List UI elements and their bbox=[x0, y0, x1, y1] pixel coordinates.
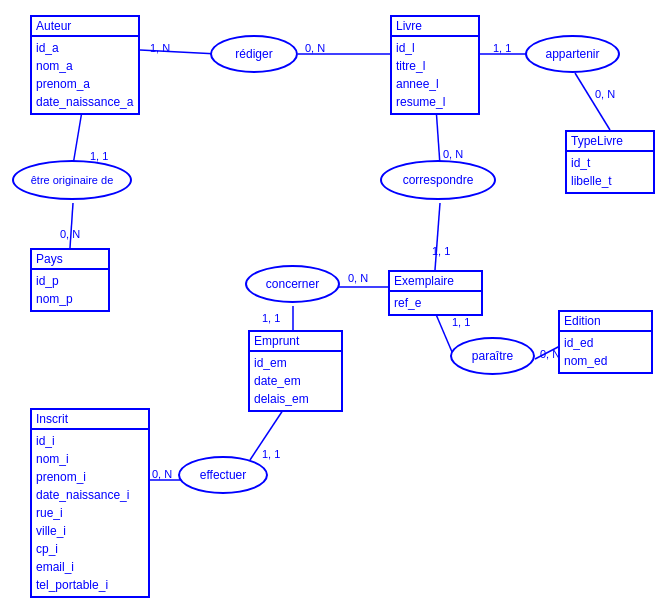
entity-edition: Edition id_ed nom_ed bbox=[558, 310, 653, 374]
entity-typelivre-title: TypeLivre bbox=[567, 132, 653, 152]
svg-line-5 bbox=[70, 203, 73, 248]
entity-exemplaire-title: Exemplaire bbox=[390, 272, 481, 292]
card-auteur-etre: 1, 1 bbox=[90, 150, 108, 162]
svg-line-7 bbox=[435, 203, 440, 270]
entity-edition-attrs: id_ed nom_ed bbox=[560, 332, 651, 372]
entity-pays-title: Pays bbox=[32, 250, 108, 270]
entity-livre-title: Livre bbox=[392, 17, 478, 37]
entity-inscrit-title: Inscrit bbox=[32, 410, 148, 430]
entity-auteur: Auteur id_a nom_a prenom_a date_naissanc… bbox=[30, 15, 140, 115]
entity-inscrit-attrs: id_i nom_i prenom_i date_naissance_i rue… bbox=[32, 430, 148, 596]
entity-emprunt: Emprunt id_em date_em delais_em bbox=[248, 330, 343, 412]
card-paraitre-edition: 0, N bbox=[540, 348, 560, 360]
card-livre-appartenir: 1, 1 bbox=[493, 42, 511, 54]
card-etre-pays: 0, N bbox=[60, 228, 80, 240]
entity-pays-attrs: id_p nom_p bbox=[32, 270, 108, 310]
relation-effectuer: effectuer bbox=[178, 456, 268, 494]
card-correspondre-exemplaire: 1, 1 bbox=[432, 245, 450, 257]
card-concerner-emprunt: 1, 1 bbox=[262, 312, 280, 324]
entity-livre: Livre id_l titre_l annee_l resume_l bbox=[390, 15, 480, 115]
entity-inscrit: Inscrit id_i nom_i prenom_i date_naissan… bbox=[30, 408, 150, 598]
card-appartenir-typelivre: 0, N bbox=[595, 88, 615, 100]
card-effectuer-inscrit: 0, N bbox=[152, 468, 172, 480]
entity-exemplaire: Exemplaire ref_e bbox=[388, 270, 483, 316]
card-exemplaire-paraitre: 1, 1 bbox=[452, 316, 470, 328]
entity-pays: Pays id_p nom_p bbox=[30, 248, 110, 312]
card-emprunt-effectuer: 1, 1 bbox=[262, 448, 280, 460]
entity-exemplaire-attrs: ref_e bbox=[390, 292, 481, 314]
card-concerner-exemplaire: 0, N bbox=[348, 272, 368, 284]
relation-concerner: concerner bbox=[245, 265, 340, 303]
entity-auteur-attrs: id_a nom_a prenom_a date_naissance_a bbox=[32, 37, 138, 113]
entity-edition-title: Edition bbox=[560, 312, 651, 332]
entity-typelivre-attrs: id_t libelle_t bbox=[567, 152, 653, 192]
entity-typelivre: TypeLivre id_t libelle_t bbox=[565, 130, 655, 194]
svg-line-3 bbox=[575, 73, 610, 130]
entity-emprunt-attrs: id_em date_em delais_em bbox=[250, 352, 341, 410]
relation-correspondre: correspondre bbox=[380, 160, 496, 200]
entity-livre-attrs: id_l titre_l annee_l resume_l bbox=[392, 37, 478, 113]
card-livre-correspondre: 0, N bbox=[443, 148, 463, 160]
relation-etre-originaire: être originaire de bbox=[12, 160, 132, 200]
card-rediger-livre: 0, N bbox=[305, 42, 325, 54]
card-auteur-rediger: 1, N bbox=[150, 42, 170, 54]
entity-auteur-title: Auteur bbox=[32, 17, 138, 37]
entity-emprunt-title: Emprunt bbox=[250, 332, 341, 352]
relation-rediger: rédiger bbox=[210, 35, 298, 73]
relation-paraitre: paraître bbox=[450, 337, 535, 375]
relation-appartenir: appartenir bbox=[525, 35, 620, 73]
